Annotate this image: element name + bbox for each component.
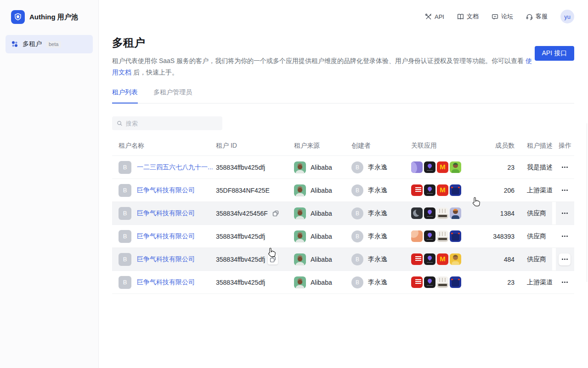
purple-blob-icon — [411, 161, 423, 173]
copy-id-button[interactable] — [268, 254, 278, 264]
room-photo-icon — [437, 207, 448, 219]
tab-multitenant-admin[interactable]: 多租户管理员 — [153, 88, 192, 103]
tenant-name-link[interactable]: 巨争气科技有限公司 — [137, 209, 195, 218]
blue-pixel-icon — [450, 276, 461, 288]
ellipsis-icon — [564, 167, 565, 168]
page-description: 租户代表使用你 SaaS 服务的客户，我们将为你的一个或多个应用提供租户维度的品… — [112, 55, 535, 78]
source-avatar — [294, 184, 306, 196]
tenant-avatar: B — [119, 276, 131, 289]
main-content: 多租户 租户代表使用你 SaaS 服务的客户，我们将为你的一个或多个应用提供租户… — [112, 0, 574, 294]
table-row: B巨争气科技有限公司 358834ffbv425dfj Alibaba B李永逸… — [112, 271, 574, 294]
linked-apps — [411, 253, 478, 265]
tenant-id: 358834ffbv425dfj — [216, 256, 265, 263]
member-count: 206 — [478, 187, 514, 194]
creator-name: 李永逸 — [368, 255, 387, 264]
hardhat-avatar-icon — [450, 207, 461, 219]
creator-name: 李永逸 — [368, 163, 387, 172]
ellipsis-icon — [564, 190, 565, 191]
search-box[interactable] — [112, 116, 222, 130]
dark-circle-icon — [411, 207, 423, 219]
fixed-column-gap — [552, 202, 556, 224]
col-header-description: 租户描述 — [514, 142, 552, 150]
black-flower-icon — [424, 230, 435, 242]
linked-apps — [411, 161, 478, 173]
copy-id-button[interactable] — [271, 208, 281, 218]
tenant-name-link[interactable]: 巨争气科技有限公司 — [137, 278, 195, 287]
ellipsis-icon — [564, 282, 565, 283]
page-title: 多租户 — [112, 36, 574, 50]
beta-badge: beta — [46, 41, 61, 48]
brand-name: Authing 用户池 — [29, 13, 78, 22]
source-name: Alibaba — [311, 187, 332, 194]
tenant-id: 358834ffbv425dfj — [216, 279, 265, 286]
col-header-members: 成员数 — [478, 142, 514, 150]
tenant-description: 上游渠道 — [514, 278, 552, 287]
col-header-source: 租户来源 — [294, 142, 351, 150]
yellow-avatar-icon — [450, 253, 461, 265]
fixed-column-gap — [552, 179, 556, 201]
fixed-column-gap — [552, 271, 556, 293]
more-actions-button[interactable] — [559, 230, 571, 242]
table-row: B巨争气科技有限公司 358834ffbv425dfj Alibaba B李永逸… — [112, 225, 574, 248]
sidebar: Authing 用户池 多租户 beta — [0, 0, 99, 368]
fixed-column-gap — [552, 136, 556, 155]
member-count: 484 — [478, 256, 514, 263]
col-header-action: 操作 — [556, 142, 574, 150]
col-header-apps: 关联应用 — [411, 142, 478, 150]
tenant-name-link[interactable]: 巨争气科技有限公司 — [137, 255, 195, 264]
north-face-icon — [411, 184, 423, 196]
tenant-name-link[interactable]: 巨争气科技有限公司 — [137, 232, 195, 241]
tenant-name-link[interactable]: 一二三四五六七八九十一... — [137, 163, 213, 172]
brand-logo-row: Authing 用户池 — [0, 0, 98, 24]
member-count: 1384 — [478, 210, 514, 217]
fixed-column-gap — [552, 225, 556, 247]
tenant-avatar: B — [119, 184, 131, 197]
table-row: B巨争气科技有限公司 358834fv425456F Alibaba B李永逸 … — [112, 202, 574, 225]
more-actions-button[interactable] — [559, 184, 571, 196]
source-avatar — [294, 230, 306, 242]
black-flower-icon — [424, 253, 435, 265]
more-actions-button[interactable] — [559, 161, 571, 173]
creator-avatar: B — [351, 207, 363, 219]
creator-avatar: B — [351, 230, 363, 242]
ellipsis-icon — [564, 213, 565, 214]
creator-avatar: B — [351, 184, 363, 196]
tenant-avatar: B — [119, 230, 131, 243]
more-actions-button[interactable] — [559, 276, 571, 288]
tenant-id: 358834ffbv425dfj — [216, 233, 265, 240]
ellipsis-icon — [564, 259, 565, 260]
tab-tenant-list[interactable]: 租户列表 — [112, 88, 138, 104]
more-actions-button[interactable] — [559, 207, 571, 219]
green-avatar-icon — [450, 161, 461, 173]
search-input[interactable] — [126, 120, 218, 127]
creator-avatar: B — [351, 253, 363, 265]
creator-avatar: B — [351, 276, 363, 288]
black-flower-icon — [424, 184, 435, 196]
tenant-name-link[interactable]: 巨争气科技有限公司 — [137, 186, 195, 195]
source-avatar — [294, 161, 306, 173]
shield-icon — [14, 13, 22, 21]
fixed-column-gap — [552, 248, 556, 270]
scrollbar-track — [587, 123, 587, 282]
sidebar-item-label: 多租户 — [23, 40, 42, 48]
source-avatar — [294, 207, 306, 219]
source-avatar — [294, 253, 306, 265]
more-actions-button[interactable] — [559, 253, 571, 265]
room-photo-icon — [437, 276, 448, 288]
description-text-tail: 后，快速上手。 — [131, 69, 178, 76]
black-flower-icon — [424, 207, 435, 219]
creator-avatar: B — [351, 161, 363, 173]
creator-name: 李永逸 — [368, 209, 387, 218]
tenant-avatar: B — [119, 253, 131, 266]
table-row: B巨争气科技有限公司 35DF8834NF425E Alibaba B李永逸 2… — [112, 179, 574, 202]
sidebar-item-multitenant[interactable]: 多租户 beta — [6, 35, 93, 53]
mcdonalds-icon — [437, 253, 448, 265]
source-avatar — [294, 276, 306, 288]
description-text: 租户代表使用你 SaaS 服务的客户，我们将为你的一个或多个应用提供租户维度的品… — [112, 57, 526, 64]
tenant-id: 358834ffbv425dfj — [216, 164, 265, 171]
col-header-creator: 创建者 — [351, 142, 411, 150]
blue-pixel-icon — [450, 230, 461, 242]
source-name: Alibaba — [311, 164, 332, 171]
api-button[interactable]: API 接口 — [535, 46, 574, 61]
creator-name: 李永逸 — [368, 186, 387, 195]
